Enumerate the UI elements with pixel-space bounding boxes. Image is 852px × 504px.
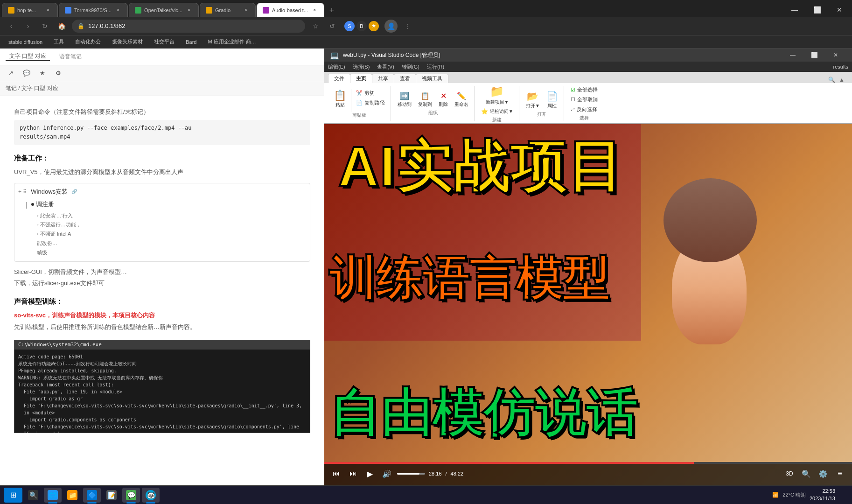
- bookmark-star-icon[interactable]: ☆: [309, 20, 322, 33]
- url-input[interactable]: 🔒 127.0.0.1/862: [72, 20, 305, 33]
- back-button[interactable]: ‹: [5, 20, 18, 33]
- prev-button[interactable]: ⏮: [330, 467, 343, 480]
- next-button[interactable]: ⏭: [347, 467, 360, 480]
- rename-button[interactable]: ✏️ 重命名: [452, 91, 471, 109]
- tab-close-tormak[interactable]: ×: [114, 7, 122, 14]
- terminal-title-text: C:\Windows\system32\cmd.exe: [18, 341, 102, 349]
- open-button[interactable]: 📂 打开▼: [523, 90, 543, 110]
- bookmark-bard[interactable]: Bard: [182, 37, 200, 47]
- copy-to-button[interactable]: 📋 复制到: [415, 91, 435, 109]
- invert-select-button[interactable]: ⇌ 反向选择: [568, 105, 601, 114]
- extension-icon-2[interactable]: B: [356, 21, 367, 31]
- tray-network-icon[interactable]: 📶: [772, 492, 779, 498]
- extension-icon-1[interactable]: S: [344, 21, 355, 31]
- tab-gradio[interactable]: Gradio ×: [200, 3, 256, 17]
- taskbar-items: 🔍 🌐 📁 🔷 📝 💬 🐼: [24, 488, 770, 503]
- bookmark-media[interactable]: 摄像头乐素材: [108, 37, 147, 47]
- play-pause-button[interactable]: ▶: [363, 467, 377, 480]
- tab-close-hop[interactable]: ×: [44, 7, 52, 14]
- settings-button[interactable]: ⚙: [52, 67, 64, 79]
- menu-view[interactable]: 查看(V): [377, 63, 394, 70]
- close-button[interactable]: ✕: [829, 3, 850, 17]
- taskbar-notepad[interactable]: 📝: [103, 488, 120, 503]
- taskbar-browser[interactable]: 🌐: [44, 488, 62, 503]
- menu-dots-icon[interactable]: ⋮: [401, 20, 414, 33]
- vscode-close-button[interactable]: ✕: [825, 49, 846, 62]
- section3-label: Slicer-GUI，切割音频文件，为声音模型…: [14, 267, 310, 277]
- move-to-button[interactable]: ➡️ 移动到: [395, 91, 414, 109]
- star-button[interactable]: ★: [36, 67, 49, 79]
- tab-close-opentalker[interactable]: ×: [185, 7, 193, 14]
- 3d-button[interactable]: 3D: [783, 467, 796, 480]
- notion-tab-1[interactable]: 文字 口型 对应: [6, 52, 50, 61]
- tab-close-audio[interactable]: ×: [311, 7, 318, 14]
- bookmark-stablediffusion[interactable]: stable diffusion: [5, 37, 46, 47]
- ribbon-tab-view[interactable]: 查看: [394, 74, 416, 83]
- taskbar-vscode[interactable]: 🔷: [83, 488, 101, 503]
- tab-hop[interactable]: hop-te... ×: [2, 3, 58, 17]
- ribbon-tab-video-tools[interactable]: 视频工具: [416, 74, 448, 83]
- new-folder-button[interactable]: 📁 新建项目▼: [482, 84, 513, 106]
- command-block: python inference.py --face examples/face…: [14, 120, 310, 145]
- bookmark-social[interactable]: 社交平台: [150, 37, 178, 47]
- menu-edit[interactable]: 选择(S): [353, 63, 370, 70]
- vscode-maximize-button[interactable]: ⬜: [803, 49, 825, 62]
- select-all-button[interactable]: ☑ 全部选择: [568, 85, 601, 94]
- maximize-button[interactable]: ⬜: [806, 3, 828, 17]
- comment-button[interactable]: 💬: [21, 67, 33, 79]
- bookmark-automation[interactable]: 自动化办公: [71, 37, 105, 47]
- progress-bar-container[interactable]: [324, 462, 852, 464]
- minimize-button[interactable]: —: [784, 3, 805, 17]
- ribbon-tab-home[interactable]: 主页: [350, 74, 372, 83]
- forward-button[interactable]: ›: [21, 20, 35, 33]
- taskbar-search[interactable]: 🔍: [24, 488, 42, 503]
- vscode-minimize-button[interactable]: —: [782, 49, 803, 62]
- profile-avatar[interactable]: 👤: [384, 20, 398, 33]
- notion-toolbar: ↗ 💬 ★ ⚙: [0, 65, 324, 81]
- bookmark-tools[interactable]: 工具: [50, 37, 68, 47]
- bookmark-mail[interactable]: M 应用企业邮件 商…: [204, 37, 259, 47]
- taskbar-search-icon: 🔍: [28, 490, 38, 500]
- menu-media-icon[interactable]: ≡: [833, 467, 846, 480]
- share-button[interactable]: ↗: [5, 67, 17, 79]
- taskbar-wechat[interactable]: 💬: [122, 488, 140, 503]
- menu-go[interactable]: 转到(G): [402, 63, 419, 70]
- command-line-2: results/sam.mp4: [20, 133, 305, 141]
- notion-tab-2[interactable]: 语音笔记: [56, 53, 85, 61]
- start-button[interactable]: ⊞: [4, 488, 22, 503]
- menu-run[interactable]: 运行(R): [427, 63, 444, 70]
- taskbar-files[interactable]: 📁: [63, 488, 81, 503]
- tab-opentalker[interactable]: OpenTalker/vic... ×: [129, 3, 199, 17]
- extension-icon-3[interactable]: ★: [369, 21, 379, 31]
- ribbon-tab-share[interactable]: 共享: [372, 74, 394, 83]
- select-none-button[interactable]: ☐ 全部取消: [568, 95, 601, 104]
- easy-access-button[interactable]: ⭐ 轻松访问▼: [478, 107, 516, 116]
- refresh-icon[interactable]: ↺: [326, 20, 339, 33]
- ribbon-collapse-icon[interactable]: ▲: [839, 77, 845, 83]
- properties-button[interactable]: 📄 属性: [544, 90, 561, 110]
- ribbon-tab-file[interactable]: 文件: [328, 74, 350, 83]
- volume-bar[interactable]: [397, 473, 425, 475]
- copy-path-button[interactable]: 📄 复制路径: [353, 98, 388, 107]
- delete-button[interactable]: ✕ 删除: [436, 91, 451, 109]
- tab-close-gradio[interactable]: ×: [242, 7, 250, 14]
- paste-button[interactable]: 📋 粘贴: [331, 89, 349, 111]
- taskbar-bilibili[interactable]: 🐼: [142, 488, 160, 503]
- ribbon-search-icon[interactable]: 🔍: [828, 77, 835, 83]
- zoom-icon[interactable]: 🔍: [800, 467, 813, 480]
- settings-media-icon[interactable]: ⚙️: [817, 467, 830, 480]
- clipboard-large: 📋 粘贴 ✂️ 剪切 📄: [331, 89, 388, 111]
- reload-button[interactable]: ↻: [38, 20, 51, 33]
- address-bar: ‹ › ↻ 🏠 🔒 127.0.0.1/862 ☆ ↺ S B ★ 👤 ⋮: [0, 17, 852, 35]
- tray-weather[interactable]: 22°C 晴朗: [782, 491, 806, 498]
- home-button[interactable]: 🏠: [55, 20, 68, 33]
- cut-button[interactable]: ✂️ 剪切: [353, 89, 388, 98]
- new-tab-button[interactable]: +: [325, 4, 338, 17]
- tab-tormak[interactable]: Tormak9970/S... ×: [59, 3, 128, 17]
- terminal-line-4: WARNING: 系统无法在中央处置中找 无法存取当前库内存存。确保你: [18, 374, 306, 381]
- menu-file[interactable]: 编辑(E): [328, 63, 345, 70]
- paste-icon: 📋: [334, 90, 346, 102]
- volume-icon[interactable]: 🔊: [380, 467, 393, 480]
- tab-audio-based[interactable]: Audio-based t... ×: [257, 3, 324, 17]
- show-desktop-button[interactable]: [839, 488, 845, 502]
